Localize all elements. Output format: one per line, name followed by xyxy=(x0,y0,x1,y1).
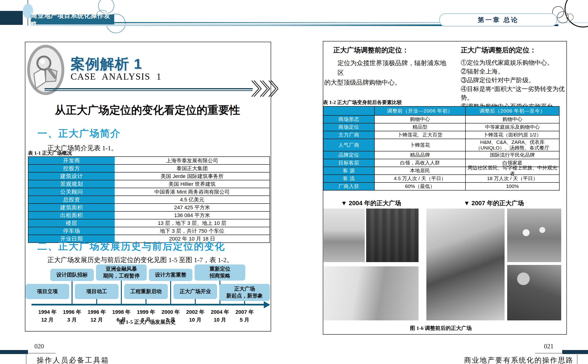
column-header: 调整前（开业—2006 年初） xyxy=(374,107,465,115)
row-value: 247 425 平方米 xyxy=(115,204,270,211)
table-row: 出租面积136 084 平方米 xyxy=(28,211,270,219)
row-value: 精品品牌 xyxy=(374,151,465,159)
section1-heading: 一、正大广场简介 xyxy=(38,127,121,140)
row-value: 购物中心 xyxy=(374,116,465,123)
row-value: 60%（最低） xyxy=(374,183,465,190)
table1-caption: 表 1-1 正大广场概况 xyxy=(28,150,72,156)
row-value: 4.5 万人次 / 天（平日） xyxy=(374,175,465,182)
row-label: 总投资 xyxy=(28,196,115,203)
table-row: 厂商入驻60%（最低）100% xyxy=(323,182,559,190)
row-value: 100% xyxy=(465,183,559,190)
timeline-event-box: 设计团队招标 xyxy=(50,269,94,281)
timeline-event-label: 重新定位 xyxy=(209,266,230,273)
figure6-caption: 图 1-6 调整前后的正大广场 xyxy=(323,325,559,332)
case-analysis-badge-icon xyxy=(27,45,65,95)
circle-ornament-icon xyxy=(566,13,574,21)
row-value: 精品型 xyxy=(374,124,465,131)
row-value: 周边社区居民、写字楼上班族、中外观光者 xyxy=(465,167,559,174)
table-row: 公关顾问中国香港 Mint 商务咨询有限公司 xyxy=(28,188,270,195)
timeline-event-box: 正大广场新起点，新形象 xyxy=(219,284,270,301)
title-rule xyxy=(45,88,253,89)
row-label: 开发商 xyxy=(28,157,115,164)
table-row: 景观规划美国 Hillier 世界建筑 xyxy=(28,180,270,188)
before-line: 的大型顶级品牌购物中心。 xyxy=(324,78,452,87)
photo-2004-plaza-right xyxy=(366,208,419,262)
photo-2007-stairs xyxy=(426,208,504,320)
row-value: 地下 3 层，共计 750 个车位 xyxy=(115,227,270,235)
table-row: 控股方泰国正大集团 xyxy=(28,164,270,172)
row-value: 卜蜂莲花（面积约原 1/2） xyxy=(465,131,559,139)
row-label: 建筑设计 xyxy=(28,173,115,180)
table-row: 客 源本地居民周边社区居民、写字楼上班族、中外观光者 xyxy=(323,167,559,174)
photo-2007-terrace xyxy=(507,208,561,262)
table-row: 总投资4.5 亿美元 xyxy=(28,195,270,203)
table-plaza-overview: 开发商上海帝泰发展有限公司控股方泰国正大集团建筑设计美国 Jerde 国际建筑事… xyxy=(28,156,270,243)
timeline-event-label: 项目立项 xyxy=(37,288,58,295)
table-before-after-comparison: 调整前（开业—2006 年初）调整后（2006 年初—至今）商场形态购物中心购物… xyxy=(323,106,560,190)
row-label: 商场形态 xyxy=(323,116,374,123)
row-value: 美国 Hillier 世界建筑 xyxy=(115,180,270,188)
timeline-event-label: 设计方案重整 xyxy=(155,272,186,279)
section2-body: 正大广场发展历史与前后定位的变化见图 1-5 至图 1-7，表 1-2。 xyxy=(47,255,233,265)
timeline-connector xyxy=(170,281,171,304)
row-value: H&M、C&A、ZARA、优衣库（UNIQLO）、汤姆熊、各式餐厅 xyxy=(465,139,559,151)
photo-2004-plaza-left xyxy=(323,208,365,262)
timeline-connector xyxy=(146,299,147,304)
table-row: 建筑面积247 425 平方米 xyxy=(28,203,270,211)
timeline-connector xyxy=(71,281,72,304)
row-label: 控股方 xyxy=(28,165,115,172)
row-label: 目标客层 xyxy=(323,159,374,167)
timeline-event-box: 工程重新启动 xyxy=(124,284,168,299)
book-spread: 商业地产项目系统化操作攻略 第一章 总论 案例解析 1 CASE ANALYSI… xyxy=(0,0,588,364)
timeline-event-label: 招商策略 xyxy=(209,273,230,280)
timeline-event-label: 新起点，新形象 xyxy=(226,292,263,299)
timeline-event-label: 设计团队招标 xyxy=(56,272,88,279)
timeline-event-box: 项目动工 xyxy=(75,284,118,299)
footer-navy-bar xyxy=(562,350,588,354)
table-row: 品牌定位精品品牌国际流行平民化品牌 xyxy=(323,151,559,159)
timeline-event-box: 项目立项 xyxy=(26,284,69,299)
row-value: 本地居民 xyxy=(374,167,465,174)
row-label: 建筑面积 xyxy=(28,204,115,211)
page-number-left: 020 xyxy=(34,343,44,350)
table2-caption: 表 1-2 正大广场变身前后各要素比较 xyxy=(323,99,402,106)
before-line: 定位为众揽世界顶极品牌，辐射浦东地区 xyxy=(324,58,452,78)
row-value: 国际流行平民化品牌 xyxy=(465,151,559,159)
page-number-right: 021 xyxy=(544,343,554,350)
row-label: 客 源 xyxy=(323,167,374,174)
row-value: 泰国正大集团 xyxy=(115,165,270,172)
table-row: 主力厂商卜蜂莲花、正大百货卜蜂莲花（面积约原 1/2） xyxy=(323,131,559,139)
table-row: 开发商上海帝泰发展有限公司 xyxy=(28,157,270,164)
timeline-connector xyxy=(244,301,245,304)
table-header-row: 调整前（开业—2006 年初）调整后（2006 年初—至今） xyxy=(323,107,559,115)
chapter-title: 第一章 总论 xyxy=(439,13,557,26)
timeline-event-box: 设计方案重整 xyxy=(149,269,193,281)
timeline-event-box: 亚洲金融风暴期间，工程暂停 xyxy=(96,265,147,281)
row-value: 4.5 亿美元 xyxy=(115,196,270,203)
row-label: 商场定位 xyxy=(323,124,374,131)
row-label: 楼层 xyxy=(28,220,115,227)
case-analysis-title-cn: 案例解析 1 xyxy=(71,54,142,74)
row-value: 白领，高收入人群 xyxy=(374,159,465,167)
row-value: 136 084 平方米 xyxy=(115,212,270,219)
figure5-caption: 图 1-5 正大广场发展历史 xyxy=(25,318,270,326)
row-value: 中等家庭娱乐及购物中心 xyxy=(465,124,559,131)
footer-rule xyxy=(535,353,563,354)
timeline-event-label: 工程重新启动 xyxy=(130,288,162,295)
table-row: 商场形态购物中心购物中心 xyxy=(323,115,559,123)
timeline-event-label: 亚洲金融风暴 xyxy=(106,266,137,273)
positioning-after-block: 正大广场调整后的定位： ①定位为现代家庭娱乐购物中心。②辐射全上海。③品牌定位针… xyxy=(461,46,566,111)
timeline-connector xyxy=(121,281,122,304)
row-value: 中国香港 Mint 商务咨询有限公司 xyxy=(115,188,270,195)
footer-text-right: 商业地产要有系统化的操作思路 xyxy=(446,356,574,364)
table-row: 楼层13 层，地下 3 层、地上 10 层 xyxy=(28,219,270,227)
row-value: 美国 Jerde 国际建筑事务所 xyxy=(115,173,270,180)
timeline-event-label: 正大广场 xyxy=(234,286,255,292)
after-list-item: ③品牌定位针对中产阶级。 xyxy=(461,76,566,84)
footer-rule xyxy=(28,353,55,354)
photo-2004-street xyxy=(323,266,419,320)
timeline-arrowhead-icon xyxy=(264,301,270,308)
book-title-banner: 商业地产项目系统化操作攻略 xyxy=(31,14,114,25)
row-label: 公关顾问 xyxy=(28,188,115,195)
table-row: 商场定位精品型中等家庭娱乐及购物中心 xyxy=(323,123,559,131)
